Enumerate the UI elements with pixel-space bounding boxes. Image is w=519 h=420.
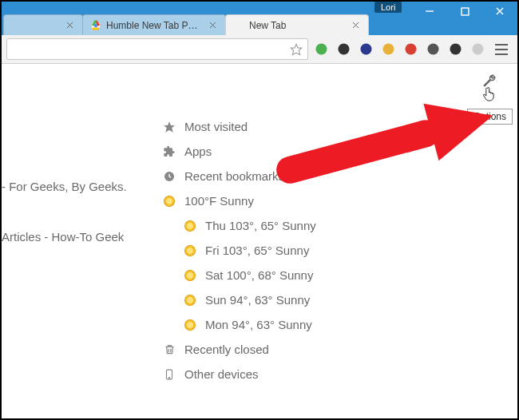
svg-rect-1 xyxy=(462,8,469,15)
address-bar[interactable] xyxy=(6,38,308,60)
svg-marker-12 xyxy=(291,44,301,54)
sun-icon xyxy=(183,221,197,231)
menu-button[interactable] xyxy=(490,40,513,59)
menu-recently-closed[interactable]: Recently closed xyxy=(162,338,316,361)
svg-point-15 xyxy=(360,44,371,55)
close-icon[interactable] xyxy=(65,21,74,30)
sun-icon xyxy=(162,196,176,206)
svg-point-13 xyxy=(315,44,327,55)
window-maximize-button[interactable] xyxy=(447,0,482,22)
circle-icon[interactable] xyxy=(401,40,420,59)
chrome-icon[interactable] xyxy=(378,40,398,59)
sun-icon xyxy=(183,320,197,330)
menu-other-devices[interactable]: Other devices xyxy=(162,363,316,386)
user-badge[interactable]: Lori xyxy=(374,2,402,13)
favicon-icon xyxy=(232,19,244,31)
tab-label: Humble New Tab Page xyxy=(106,20,203,31)
svg-point-16 xyxy=(382,44,394,55)
star-icon xyxy=(162,121,176,133)
menu-forecast-day[interactable]: Mon 94°, 63° Sunny xyxy=(183,313,316,336)
svg-marker-21 xyxy=(164,121,174,132)
tab-background-2[interactable]: Humble New Tab Page xyxy=(82,14,226,35)
menu-label: Thu 103°, 65° Sunny xyxy=(205,219,316,232)
trash-icon xyxy=(162,343,176,355)
close-icon[interactable] xyxy=(351,21,360,30)
menu-label: Mon 94°, 63° Sunny xyxy=(205,318,312,331)
menu-label: 100°F Sunny xyxy=(184,194,254,208)
options-tooltip: Options xyxy=(467,109,513,125)
menu-recent-bookmarks[interactable]: Recent bookmarks xyxy=(162,164,316,188)
device-icon xyxy=(162,368,176,381)
tab-label: New Tab xyxy=(249,20,346,31)
svg-point-19 xyxy=(450,44,461,55)
menu-forecast-day[interactable]: Sun 94°, 63° Sunny xyxy=(183,288,316,311)
new-tab-menu: Most visited Apps Recent bookmarks 100°F… xyxy=(162,115,316,386)
menu-forecast-day[interactable]: Thu 103°, 65° Sunny xyxy=(183,214,316,237)
tab-active[interactable]: New Tab xyxy=(225,14,369,35)
ublock-icon[interactable] xyxy=(311,40,331,59)
toolbar xyxy=(2,35,517,64)
box-icon[interactable] xyxy=(334,40,353,59)
cursor-hand-icon xyxy=(481,86,497,104)
svg-point-20 xyxy=(472,44,483,55)
pale-icon[interactable] xyxy=(468,40,487,59)
svg-point-17 xyxy=(405,44,416,55)
shield-icon[interactable] xyxy=(356,40,375,59)
clock-icon xyxy=(162,170,176,183)
menu-label: Most visited xyxy=(184,120,248,133)
window-close-button[interactable] xyxy=(482,0,517,22)
svg-point-26 xyxy=(168,377,169,378)
bookmark-star-icon[interactable] xyxy=(290,43,303,56)
svg-point-14 xyxy=(338,44,349,55)
menu-forecast-day[interactable]: Fri 103°, 65° Sunny xyxy=(183,239,316,262)
window-minimize-button[interactable] xyxy=(412,0,447,22)
svg-point-18 xyxy=(427,44,438,55)
menu-label: Other devices xyxy=(184,367,259,381)
pocket-icon[interactable] xyxy=(446,40,465,59)
menu-forecast-day[interactable]: Sat 100°, 68° Sunny xyxy=(183,263,316,287)
tab-background-1[interactable] xyxy=(3,14,83,35)
menu-label: Recently closed xyxy=(184,343,269,356)
truncated-title-1: - For Geeks, By Geeks. xyxy=(2,180,127,193)
sun-icon xyxy=(183,295,197,305)
puzzle-icon xyxy=(162,145,176,158)
menu-label: Fri 103°, 65° Sunny xyxy=(205,244,309,257)
sun-icon xyxy=(183,246,197,256)
close-icon[interactable] xyxy=(208,21,217,30)
sun-icon xyxy=(183,271,197,280)
menu-apps[interactable]: Apps xyxy=(162,140,316,163)
menu-label: Apps xyxy=(184,145,212,158)
menu-most-visited[interactable]: Most visited xyxy=(162,115,316,138)
menu-label: Recent bookmarks xyxy=(184,169,284,183)
menu-weather[interactable]: 100°F Sunny xyxy=(162,189,316,212)
menu-label: Sat 100°, 68° Sunny xyxy=(205,268,313,282)
favicon-icon xyxy=(89,19,101,31)
truncated-title-2: Articles - How-To Geek xyxy=(2,230,124,244)
menu-label: Sun 94°, 63° Sunny xyxy=(205,293,310,307)
info-icon[interactable] xyxy=(423,40,442,59)
